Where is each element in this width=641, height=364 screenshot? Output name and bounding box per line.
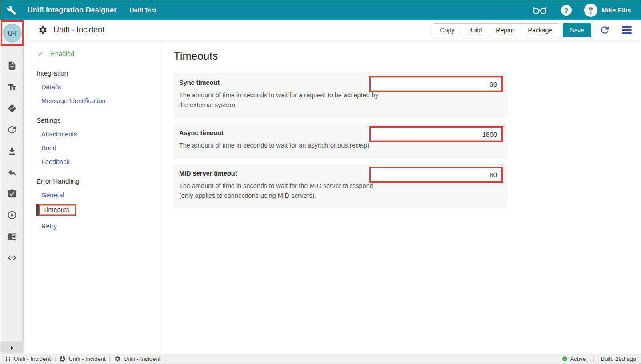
top-header-bar: Unifi Integration Designer Unifi Test ? <box>0 0 641 20</box>
hamburger-menu-icon[interactable] <box>622 26 632 34</box>
integration-gear-icon <box>38 25 48 35</box>
mid-server-timeout-card: MID server timeout The amount of time in… <box>174 164 507 208</box>
sync-timeout-annotation-box <box>369 76 503 92</box>
app-title: Unifi Integration Designer <box>28 6 117 14</box>
page-title: Unifi - Incident <box>53 25 104 35</box>
separator: | <box>593 356 594 362</box>
environment-label[interactable]: Unifi Test <box>130 7 157 14</box>
wrench-logo-icon <box>7 5 16 15</box>
integration-avatar[interactable]: U-I <box>3 24 22 43</box>
wheel-icon <box>59 356 66 362</box>
help-icon[interactable]: ? <box>561 5 572 16</box>
copy-button[interactable]: Copy <box>433 23 462 37</box>
sync-timeout-description: The amount of time in seconds to wait fo… <box>179 90 388 110</box>
build-button[interactable]: Build <box>461 23 489 37</box>
refresh-icon[interactable] <box>599 24 610 36</box>
user-avatar-icon <box>584 4 597 17</box>
reply-icon[interactable] <box>7 168 17 177</box>
grid-icon <box>5 356 11 362</box>
expand-rail-button[interactable] <box>0 341 23 354</box>
nav-item-message-identification[interactable]: Message Identification <box>36 97 160 104</box>
nav-section-integration: Integration <box>36 69 160 77</box>
integration-avatar-annotation-box: U-I <box>1 20 24 46</box>
timeouts-annotation-box[interactable]: Timeouts <box>39 204 76 216</box>
nav-item-attachments[interactable]: Attachments <box>36 131 160 138</box>
main-content: Timeouts Sync timeout The amount of time… <box>160 40 641 354</box>
enabled-label: Enabled <box>51 50 74 57</box>
separator: | <box>109 356 111 362</box>
app-window: Unifi Integration Designer Unifi Test ? <box>0 0 641 364</box>
nav-item-bond[interactable]: Bond <box>36 144 160 152</box>
async-timeout-annotation-box <box>369 126 503 142</box>
status-bar: Unifi - Incident | Unifi - Incident | Un… <box>0 354 641 364</box>
nav-item-details[interactable]: Details <box>36 84 160 91</box>
statusbar-app-link-2[interactable]: Unifi - Incident <box>59 356 105 362</box>
async-timeout-description: The amount of time in seconds to wait fo… <box>179 140 388 150</box>
content-title: Timeouts <box>174 50 641 62</box>
mid-server-timeout-description: The amount of time in seconds to wait fo… <box>179 181 388 200</box>
document-icon[interactable] <box>7 61 17 71</box>
play-circle-icon[interactable] <box>7 210 17 220</box>
mid-server-timeout-input[interactable] <box>371 168 501 181</box>
async-timeout-input[interactable] <box>371 128 501 141</box>
statusbar-app-link-3[interactable]: Unifi - Incident <box>114 356 160 362</box>
preview-glasses-icon[interactable] <box>532 5 548 16</box>
nav-item-general[interactable]: General <box>36 192 160 199</box>
settings-nav-panel: Enabled Integration Details Message Iden… <box>24 40 160 354</box>
active-status-icon <box>562 356 567 361</box>
sync-timeout-card: Sync timeout The amount of time in secon… <box>174 73 507 118</box>
nav-item-timeouts-active[interactable]: Timeouts <box>36 204 160 216</box>
left-icon-rail <box>0 40 24 354</box>
async-timeout-card: Async timeout The amount of time in seco… <box>174 123 507 158</box>
check-icon <box>36 51 44 57</box>
built-ago-label: Built: 29d ago <box>601 356 636 362</box>
clipboard-check-icon[interactable] <box>7 189 17 199</box>
save-button[interactable]: Save <box>563 23 591 37</box>
enabled-status[interactable]: Enabled <box>36 50 160 57</box>
active-status-label: Active <box>570 356 586 362</box>
package-button[interactable]: Package <box>521 23 559 37</box>
gear-icon <box>114 356 121 362</box>
download-icon[interactable] <box>7 146 17 156</box>
mid-server-timeout-annotation-box <box>369 167 503 183</box>
update-history-icon[interactable] <box>7 125 17 135</box>
nav-item-retry[interactable]: Retry <box>36 223 160 230</box>
nav-section-settings: Settings <box>36 116 160 124</box>
sync-timeout-input[interactable] <box>371 77 501 91</box>
code-icon[interactable] <box>7 253 17 263</box>
separator: | <box>54 356 56 362</box>
user-menu[interactable]: Mike Ellis <box>584 4 631 17</box>
statusbar-app-link-1[interactable]: Unifi - Incident <box>5 356 51 362</box>
user-name: Mike Ellis <box>601 7 631 14</box>
directions-icon[interactable] <box>7 104 17 113</box>
repair-button[interactable]: Repair <box>489 23 521 37</box>
integration-header-bar: Unifi - Incident Copy Build Repair Packa… <box>0 20 641 40</box>
nav-item-feedback[interactable]: Feedback <box>36 158 160 165</box>
nav-section-error-handling: Error Handling <box>36 177 160 185</box>
documentation-book-icon[interactable] <box>7 232 17 241</box>
action-button-group: Copy Build Repair Package <box>433 23 560 37</box>
text-fields-icon[interactable] <box>7 82 17 92</box>
